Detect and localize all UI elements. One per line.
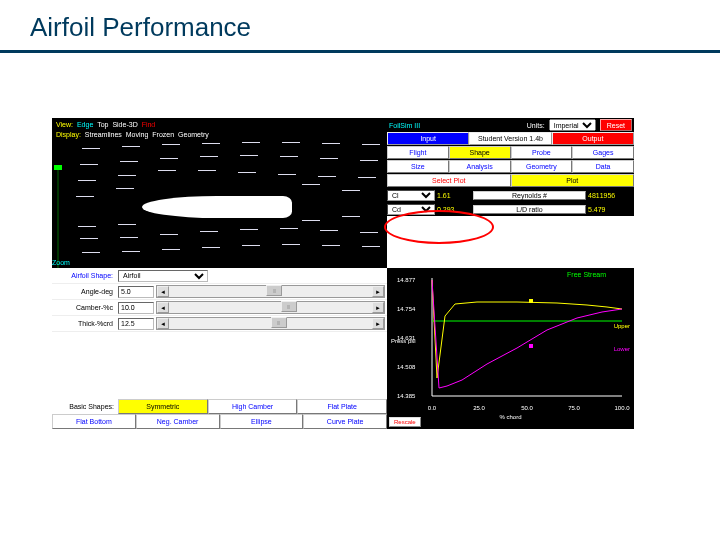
ytick: 14.385	[397, 393, 415, 399]
thick-slider[interactable]: ◄|||►	[156, 317, 385, 330]
camber-row: Camber-%c 10.0 ◄|||►	[52, 300, 387, 316]
shape-neg-camber[interactable]: Neg. Camber	[136, 414, 220, 429]
visualization-panel: View: Edge Top Side-3D Find Display: Str…	[52, 118, 387, 268]
airfoil-shape-label: Airfoil Shape:	[54, 272, 116, 279]
shape-ellipse[interactable]: Ellipse	[220, 414, 304, 429]
x-axis-label: % chord	[499, 414, 521, 420]
ld-label: L/D ratio	[473, 205, 586, 214]
shape-symmetric[interactable]: Symmetric	[118, 399, 208, 414]
plot-button[interactable]: Plot	[511, 174, 635, 187]
pressure-plot: Free Stream 14.877 14.754 14.631 14.508 …	[387, 268, 634, 429]
xtick: 75.0	[568, 405, 580, 411]
reynolds-label: Reynolds #	[473, 191, 586, 200]
control-panel: FoilSim III Units: Imperial Reset Input …	[387, 118, 634, 268]
rescale-button[interactable]: Rescale	[389, 417, 421, 427]
camber-value[interactable]: 10.0	[118, 302, 154, 314]
camber-label: Camber-%c	[54, 304, 116, 311]
app-name: FoilSim III	[389, 122, 420, 129]
right-arrow-icon[interactable]: ►	[372, 286, 384, 297]
shape-flat-plate[interactable]: Flat Plate	[297, 399, 387, 414]
ytick: 14.877	[397, 277, 415, 283]
top-row: View: Edge Top Side-3D Find Display: Str…	[52, 118, 634, 268]
ytick: 14.754	[397, 306, 415, 312]
reset-button[interactable]: Reset	[600, 119, 632, 131]
angle-row: Angle-deg 5.0 ◄|||►	[52, 284, 387, 300]
tab-data[interactable]: Data	[572, 160, 634, 173]
header-bar: FoilSim III Units: Imperial Reset	[387, 118, 634, 132]
angle-label: Angle-deg	[54, 288, 116, 295]
legend-lower: Lower	[614, 346, 630, 352]
angle-value[interactable]: 5.0	[118, 286, 154, 298]
tabs-row-1: Flight Shape Probe Gages	[387, 146, 634, 160]
cd-row: Cd 0.293 L/D ratio 5.479	[387, 202, 634, 216]
airfoil-shape-row: Airfoil Shape: Airfoil	[52, 268, 387, 284]
svg-rect-4	[529, 344, 533, 348]
airfoil-shape-select[interactable]: Airfoil	[118, 270, 208, 282]
basic-shapes-row: Basic Shapes: Symmetric High Camber Flat…	[52, 399, 387, 414]
cl-value: 1.61	[435, 192, 473, 199]
thick-label: Thick-%crd	[54, 320, 116, 327]
shape-curve-plate[interactable]: Curve Plate	[303, 414, 387, 429]
cd-select[interactable]: Cd	[387, 204, 435, 215]
xtick: 50.0	[521, 405, 533, 411]
shape-high-camber[interactable]: High Camber	[208, 399, 298, 414]
io-label-row: Input Student Version 1.4b Output	[387, 132, 634, 146]
xtick: 0.0	[428, 405, 436, 411]
cl-row: Cl 1.61 Reynolds # 4811956	[387, 188, 634, 202]
slide-title: Airfoil Performance	[30, 12, 251, 43]
cd-value: 0.293	[435, 206, 473, 213]
reynolds-value: 4811956	[586, 192, 634, 199]
input-label: Input	[387, 132, 469, 145]
basic-shapes-label: Basic Shapes:	[52, 399, 118, 414]
thick-value[interactable]: 12.5	[118, 318, 154, 330]
shape-flat-bottom[interactable]: Flat Bottom	[52, 414, 136, 429]
output-label: Output	[552, 132, 634, 145]
cl-select[interactable]: Cl	[387, 190, 435, 201]
legend-upper: Upper	[614, 323, 630, 329]
plot-row: Select Plot Plot	[387, 174, 634, 188]
camber-slider[interactable]: ◄|||►	[156, 301, 385, 314]
tab-shape[interactable]: Shape	[449, 146, 511, 159]
units-label: Units:	[527, 122, 545, 129]
thick-row: Thick-%crd 12.5 ◄|||►	[52, 316, 387, 332]
params-panel: Airfoil Shape: Airfoil Angle-deg 5.0 ◄||…	[52, 268, 387, 429]
xtick: 25.0	[473, 405, 485, 411]
left-arrow-icon[interactable]: ◄	[157, 302, 169, 313]
tabs-row-2: Size Analysis Geometry Data	[387, 160, 634, 174]
airfoil-shape	[142, 196, 292, 218]
more-shapes-row: Flat Bottom Neg. Camber Ellipse Curve Pl…	[52, 414, 387, 429]
select-plot-button[interactable]: Select Plot	[387, 174, 511, 187]
foilsim-app: View: Edge Top Side-3D Find Display: Str…	[52, 118, 634, 429]
right-arrow-icon[interactable]: ►	[372, 318, 384, 329]
tab-probe[interactable]: Probe	[511, 146, 573, 159]
units-select[interactable]: Imperial	[549, 119, 596, 131]
ld-value: 5.479	[586, 206, 634, 213]
svg-rect-3	[529, 299, 533, 303]
version-label: Student Version 1.4b	[469, 132, 551, 145]
left-arrow-icon[interactable]: ◄	[157, 318, 169, 329]
bottom-row: Airfoil Shape: Airfoil Angle-deg 5.0 ◄||…	[52, 268, 634, 429]
xtick: 100.0	[614, 405, 629, 411]
left-arrow-icon[interactable]: ◄	[157, 286, 169, 297]
plot-svg	[387, 268, 634, 429]
streamlines	[52, 118, 387, 268]
title-underline	[0, 50, 720, 53]
tab-size[interactable]: Size	[387, 160, 449, 173]
y-axis-label: Press psi	[391, 338, 416, 345]
right-arrow-icon[interactable]: ►	[372, 302, 384, 313]
tab-flight[interactable]: Flight	[387, 146, 449, 159]
tab-gages[interactable]: Gages	[572, 146, 634, 159]
angle-slider[interactable]: ◄|||►	[156, 285, 385, 298]
tab-analysis[interactable]: Analysis	[449, 160, 511, 173]
tab-geometry[interactable]: Geometry	[511, 160, 573, 173]
ytick: 14.508	[397, 364, 415, 370]
